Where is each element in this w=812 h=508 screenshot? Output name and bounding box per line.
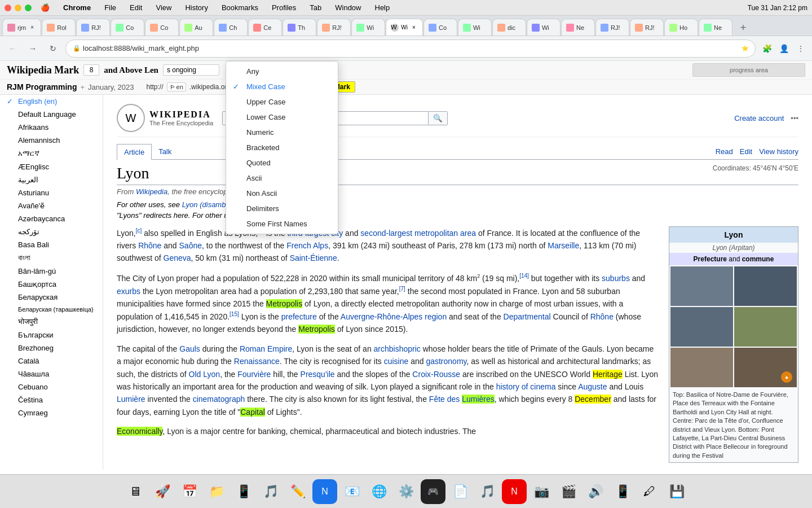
dock-red-app[interactable]: N (502, 479, 527, 504)
tab-ho[interactable]: Ho (664, 19, 698, 36)
tab-rj1[interactable]: rjm× (2, 19, 41, 36)
dock-chrome[interactable]: 🌐 (367, 479, 391, 504)
edit-menu[interactable]: Edit (127, 2, 144, 13)
tab-wiki-active[interactable]: WWi× (386, 19, 423, 36)
forward-button[interactable]: → (25, 41, 41, 56)
edit-link[interactable]: Edit (740, 147, 752, 156)
history-menu[interactable]: History (183, 2, 210, 13)
sidebar-item-torkce[interactable]: تۆرکجه (0, 225, 103, 238)
sidebar-item-banlam[interactable]: Bân-lâm-gú (0, 265, 103, 278)
sidebar-item-belarusian-taras[interactable]: Беларуская (тарашкевіца) (0, 304, 103, 315)
dock-launchpad[interactable]: 🚀 (150, 479, 175, 504)
dock-sound[interactable]: 🔊 (583, 479, 608, 504)
bookmarks-menu[interactable]: Bookmarks (219, 2, 261, 13)
view-menu[interactable]: View (153, 2, 174, 13)
reload-button[interactable]: ↻ (45, 41, 61, 56)
old-lyon-link[interactable]: Old Lyon (189, 370, 220, 379)
dock-music2[interactable]: 🎵 (475, 479, 500, 504)
tab-rol[interactable]: Rol (42, 19, 76, 36)
read-link[interactable]: Read (716, 147, 733, 156)
cuisine-link[interactable]: cuisine (384, 357, 409, 366)
lumiere-link[interactable]: Lumière (117, 395, 145, 404)
tab-menu[interactable]: Tab (307, 2, 324, 13)
renaissance-link[interactable]: Renaissance (234, 357, 280, 366)
sidebar-item-bhojpuri[interactable]: भोजपुरी (0, 315, 103, 329)
dock-calendar[interactable]: 📅 (177, 479, 202, 504)
dropdown-bracketed[interactable]: Bracketed (226, 140, 338, 155)
ongoing-select[interactable]: s ongoing s done (163, 64, 219, 76)
exurbs-link[interactable]: exurbs (117, 287, 140, 296)
history-cinema-link[interactable]: history of cinema (496, 382, 556, 391)
tab-ne2[interactable]: Ne (699, 19, 732, 36)
tab-au[interactable]: Au (179, 19, 213, 36)
apple-menu[interactable]: 🍎 (38, 2, 52, 13)
sidebar-item-asturianu[interactable]: Asturianu (0, 186, 103, 199)
url-bar[interactable]: 🔒 localhost:8888/wiki_mark_eight.php ⭐ (65, 40, 756, 58)
dock-video[interactable]: 🎬 (556, 479, 581, 504)
sidebar-item-alemannisch[interactable]: Alemannisch (0, 134, 103, 147)
sidebar-item-avane[interactable]: Avañe'ẽ (0, 199, 103, 212)
dock-app-blue[interactable]: N (312, 479, 337, 504)
sidebar-item-bashkort[interactable]: Башқортса (0, 278, 103, 291)
wiki-search-button[interactable]: 🔍 (428, 112, 447, 125)
dock-files[interactable]: 📁 (204, 479, 229, 504)
saone-link[interactable]: Saône (179, 241, 202, 250)
sidebar-item-chavash[interactable]: Чăвашла (0, 367, 103, 380)
dropdown-lower-case[interactable]: Lower Case (226, 110, 338, 125)
tab-close-active[interactable]: × (410, 24, 418, 32)
help-menu[interactable]: Help (373, 2, 392, 13)
back-button[interactable]: ← (5, 41, 20, 56)
close-button[interactable] (5, 5, 11, 11)
fete-link[interactable]: Fête des Lumières (429, 395, 495, 404)
extensions-icon[interactable]: 🧩 (760, 42, 774, 55)
archbishopric-link[interactable]: archbishopric (374, 344, 421, 353)
prefecture-link[interactable]: prefecture (281, 312, 317, 321)
minimize-button[interactable] (15, 5, 21, 11)
saint-etienne-link[interactable]: Saint-Étienne (290, 253, 337, 262)
maximize-button[interactable] (25, 5, 32, 11)
tab-wi3[interactable]: Wi (527, 19, 561, 36)
croix-rousse-link[interactable]: Croix-Rousse (412, 370, 460, 379)
sidebar-item-english[interactable]: ✓ English (en) (0, 95, 103, 108)
dropdown-delimiters[interactable]: Delimiters (226, 201, 338, 216)
dropdown-ascii[interactable]: Ascii (226, 170, 338, 186)
presquile-link[interactable]: Presqu'ile (301, 370, 335, 379)
second-largest-metro-link[interactable]: second-largest metropolitan area (360, 229, 476, 238)
dock-finder[interactable]: 🖥 (123, 479, 148, 504)
sidebar-item-cebuano[interactable]: Cebuano (0, 380, 103, 393)
marseille-link[interactable]: Marseille (548, 241, 579, 250)
auvergne-link[interactable]: Auvergne-Rhône-Alpes region (341, 312, 447, 321)
tab-close-rj1[interactable]: × (28, 24, 36, 32)
dropdown-some-first-names[interactable]: Some First Names (226, 216, 338, 231)
sidebar-item-amharic[interactable]: አማርኛ (0, 147, 103, 160)
departmental-link[interactable]: Departmental (504, 312, 551, 321)
sidebar-item-arabic[interactable]: العربية (0, 173, 103, 186)
suburbs-link[interactable]: suburbs (602, 273, 630, 282)
dock-apps[interactable]: 📱 (231, 479, 256, 504)
tab-ne1[interactable]: Ne (561, 19, 595, 36)
dropdown-mixed-case[interactable]: Mixed Case (226, 79, 338, 94)
sidebar-item-afrikaans[interactable]: Afrikaans (0, 121, 103, 134)
dock-game[interactable]: 🎮 (421, 479, 445, 504)
auguste-link[interactable]: Auguste (578, 382, 607, 391)
tab-rj5[interactable]: RJ! (630, 19, 664, 36)
sidebar-item-bangla[interactable]: বাংলা (0, 251, 103, 265)
tab-co3[interactable]: Co (423, 19, 457, 36)
tab-talk[interactable]: Talk (152, 144, 178, 159)
dropdown-upper-case[interactable]: Upper Case (226, 94, 338, 110)
geneva-link[interactable]: Geneva (164, 253, 191, 262)
lang-selector[interactable]: 🏳 en (167, 82, 186, 91)
dropdown-any[interactable]: Any (226, 64, 338, 79)
dock-disk[interactable]: 💾 (664, 479, 689, 504)
gastronomy-link[interactable]: gastronomy (426, 357, 466, 366)
dock-mail[interactable]: 📧 (339, 479, 364, 504)
more-options-icon[interactable]: ••• (791, 114, 798, 122)
new-tab-button[interactable]: + (735, 20, 751, 36)
roman-empire-link[interactable]: Roman Empire (240, 344, 292, 353)
tab-dic[interactable]: dic (492, 19, 526, 36)
dock-camera[interactable]: 📷 (529, 479, 554, 504)
file-menu[interactable]: File (102, 2, 118, 13)
sidebar-item-bulgarian[interactable]: Български (0, 329, 103, 341)
tab-ch[interactable]: Ch (214, 19, 248, 36)
sidebar-item-cymraeg[interactable]: Cymraeg (0, 406, 103, 419)
